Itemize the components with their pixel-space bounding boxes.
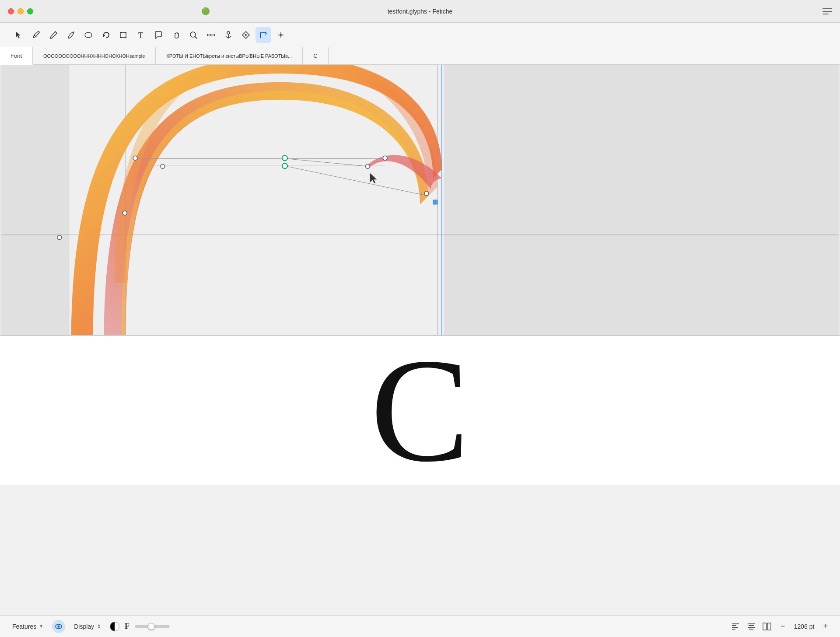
svg-rect-4: [120, 37, 122, 38]
svg-point-31: [161, 164, 165, 168]
font-style-icon[interactable]: F: [125, 622, 130, 631]
svg-rect-42: [732, 625, 736, 626]
svg-rect-2: [120, 32, 122, 33]
bottom-left-controls: Features ▼ Display ⇕ F: [9, 620, 170, 633]
svg-rect-41: [732, 623, 739, 624]
control-point-off-curve: [133, 156, 137, 160]
zoom-value: 1206 pt: [791, 623, 817, 630]
svg-point-34: [57, 235, 62, 240]
svg-rect-3: [125, 32, 126, 33]
align-left-icon[interactable]: [730, 621, 741, 632]
shape-tool[interactable]: [238, 27, 254, 43]
svg-point-36: [282, 163, 287, 168]
svg-rect-46: [749, 625, 754, 626]
bottom-bar: Features ▼ Display ⇕ F −: [0, 615, 840, 637]
features-label: Features: [12, 623, 36, 630]
zoom-minus-button[interactable]: −: [777, 621, 788, 632]
brush-tool[interactable]: [63, 27, 79, 43]
display-button[interactable]: Display ⇕: [70, 621, 105, 632]
app-icon: 🟢: [201, 7, 210, 15]
glyph-preview: C: [371, 336, 470, 485]
toolbar: T: [0, 23, 840, 47]
svg-rect-49: [763, 623, 766, 630]
hand-tool[interactable]: [168, 27, 184, 43]
svg-rect-44: [732, 629, 735, 630]
features-button[interactable]: Features ▼: [9, 621, 47, 632]
svg-point-7: [190, 32, 196, 37]
tab-3[interactable]: КРОТЫ И ЕНОТЫкроты и енотыВРЫВНЫЕ РАБОТЫ…: [156, 47, 303, 64]
svg-point-15: [245, 34, 247, 36]
tab-2[interactable]: ООООООООООНННХНННОНОХНОНsample: [33, 47, 156, 64]
svg-point-30: [383, 156, 387, 160]
svg-point-13: [227, 32, 230, 34]
svg-line-8: [195, 37, 197, 38]
svg-point-0: [85, 32, 92, 38]
zoom-controls: − 1206 pt +: [777, 621, 831, 632]
align-center-icon[interactable]: [746, 621, 757, 632]
tab-4[interactable]: C: [303, 47, 328, 64]
select-tool[interactable]: [10, 27, 26, 43]
ellipse-tool[interactable]: [80, 27, 96, 43]
corner-tool[interactable]: [256, 27, 271, 43]
pencil-tool[interactable]: [46, 27, 61, 43]
svg-rect-43: [732, 627, 738, 628]
svg-rect-45: [748, 623, 755, 624]
minimize-button[interactable]: [18, 8, 24, 14]
features-chevron-icon: ▼: [39, 624, 43, 629]
tabs-bar: Font ООООООООООНННХНННОНОХНОНsample КРОТ…: [0, 47, 840, 65]
svg-point-18: [280, 34, 282, 36]
text-tool[interactable]: T: [133, 27, 149, 43]
svg-point-38: [424, 191, 429, 196]
glyph-editor-svg[interactable]: [0, 65, 840, 335]
preview-area: C: [0, 336, 840, 485]
eye-button[interactable]: [52, 620, 65, 633]
bottom-right-controls: − 1206 pt +: [730, 621, 831, 632]
svg-point-40: [58, 625, 60, 627]
svg-point-33: [122, 211, 127, 215]
measure-tool[interactable]: [203, 27, 219, 43]
svg-rect-50: [767, 623, 771, 630]
svg-point-35: [282, 155, 287, 161]
columns-icon[interactable]: [761, 621, 773, 632]
node-tool[interactable]: [273, 27, 289, 43]
title-bar: 🟢 testfont.glyphs - Fetiche: [0, 0, 840, 23]
eye-icon: [55, 623, 62, 630]
maximize-button[interactable]: [27, 8, 33, 14]
svg-rect-48: [749, 629, 753, 630]
window-title: testfont.glyphs - Fetiche: [388, 8, 453, 15]
transform-tool[interactable]: [116, 27, 131, 43]
display-label: Display: [74, 623, 94, 630]
svg-point-32: [365, 164, 370, 168]
svg-rect-37: [433, 200, 438, 204]
svg-text:T: T: [138, 31, 143, 39]
close-button[interactable]: [8, 8, 14, 14]
pen-tool[interactable]: [28, 27, 44, 43]
speech-tool[interactable]: [150, 27, 166, 43]
display-stepper-icon: ⇕: [97, 623, 101, 630]
slider-thumb: [148, 623, 155, 630]
zoom-tool[interactable]: [186, 27, 201, 43]
font-weight-slider[interactable]: [135, 625, 170, 628]
svg-rect-5: [125, 37, 126, 38]
undo-tool[interactable]: [98, 27, 114, 43]
contrast-icon[interactable]: [110, 622, 119, 631]
tab-font[interactable]: Font: [0, 47, 33, 65]
sidebar-toggle-button[interactable]: [822, 7, 832, 15]
anchor-tool[interactable]: [220, 27, 236, 43]
zoom-plus-button[interactable]: +: [820, 621, 831, 632]
traffic-lights: [8, 8, 33, 14]
svg-rect-47: [748, 627, 755, 628]
editor-canvas: [0, 65, 840, 336]
